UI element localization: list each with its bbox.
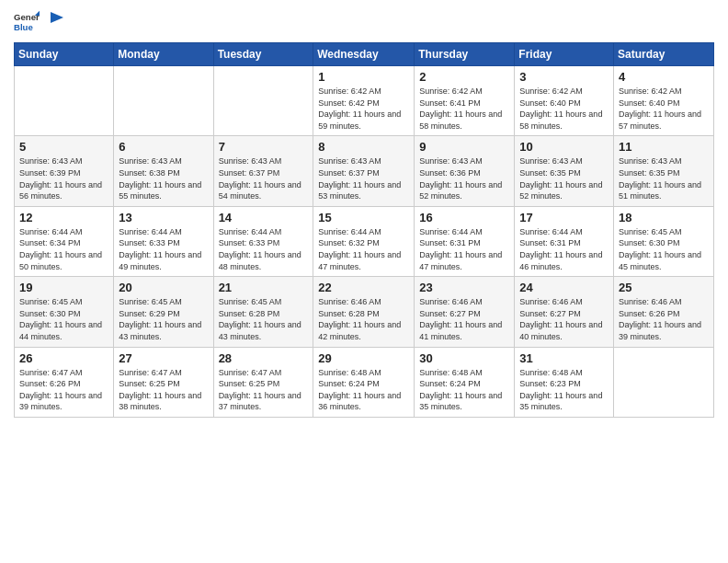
day-number: 3 [519, 70, 609, 84]
calendar-cell: 1Sunrise: 6:42 AM Sunset: 6:42 PM Daylig… [313, 66, 415, 136]
calendar-cell: 19Sunrise: 6:45 AM Sunset: 6:30 PM Dayli… [15, 277, 114, 347]
calendar-week-row: 5Sunrise: 6:43 AM Sunset: 6:39 PM Daylig… [15, 136, 714, 206]
svg-marker-3 [51, 12, 63, 23]
calendar-cell [614, 347, 714, 417]
calendar-cell: 17Sunrise: 6:44 AM Sunset: 6:31 PM Dayli… [515, 206, 614, 276]
day-info: Sunrise: 6:46 AM Sunset: 6:27 PM Dayligh… [419, 296, 509, 342]
calendar-cell: 7Sunrise: 6:43 AM Sunset: 6:37 PM Daylig… [213, 136, 313, 206]
day-number: 7 [219, 140, 309, 154]
weekday-header-saturday: Saturday [614, 43, 714, 66]
calendar-cell: 5Sunrise: 6:43 AM Sunset: 6:39 PM Daylig… [15, 136, 114, 206]
logo-icon: General Blue [14, 9, 40, 35]
calendar-cell: 16Sunrise: 6:44 AM Sunset: 6:31 PM Dayli… [415, 206, 515, 276]
calendar-table: SundayMondayTuesdayWednesdayThursdayFrid… [14, 42, 714, 418]
calendar-cell: 20Sunrise: 6:45 AM Sunset: 6:29 PM Dayli… [114, 277, 213, 347]
day-number: 1 [318, 70, 409, 84]
calendar-cell: 24Sunrise: 6:46 AM Sunset: 6:27 PM Dayli… [515, 277, 614, 347]
day-info: Sunrise: 6:44 AM Sunset: 6:33 PM Dayligh… [219, 226, 309, 272]
day-number: 25 [619, 281, 709, 294]
day-info: Sunrise: 6:42 AM Sunset: 6:40 PM Dayligh… [619, 86, 709, 132]
day-number: 16 [419, 211, 509, 224]
day-info: Sunrise: 6:47 AM Sunset: 6:25 PM Dayligh… [119, 367, 208, 413]
day-info: Sunrise: 6:43 AM Sunset: 6:36 PM Dayligh… [419, 155, 509, 201]
calendar-week-row: 12Sunrise: 6:44 AM Sunset: 6:34 PM Dayli… [15, 206, 714, 276]
logo-flag-icon [47, 12, 63, 32]
day-info: Sunrise: 6:47 AM Sunset: 6:26 PM Dayligh… [19, 367, 108, 413]
day-number: 22 [318, 281, 409, 294]
weekday-header-tuesday: Tuesday [213, 43, 313, 66]
calendar-cell: 30Sunrise: 6:48 AM Sunset: 6:24 PM Dayli… [415, 347, 515, 417]
calendar-week-row: 1Sunrise: 6:42 AM Sunset: 6:42 PM Daylig… [15, 66, 714, 136]
day-info: Sunrise: 6:44 AM Sunset: 6:33 PM Dayligh… [119, 226, 208, 272]
calendar-cell [15, 66, 114, 136]
day-info: Sunrise: 6:48 AM Sunset: 6:23 PM Dayligh… [519, 367, 609, 413]
day-number: 12 [19, 211, 108, 224]
day-number: 2 [419, 70, 509, 84]
day-info: Sunrise: 6:48 AM Sunset: 6:24 PM Dayligh… [318, 367, 409, 413]
day-info: Sunrise: 6:42 AM Sunset: 6:40 PM Dayligh… [519, 86, 609, 132]
calendar-cell [213, 66, 313, 136]
day-info: Sunrise: 6:45 AM Sunset: 6:29 PM Dayligh… [119, 296, 208, 342]
calendar-week-row: 26Sunrise: 6:47 AM Sunset: 6:26 PM Dayli… [15, 347, 714, 417]
calendar-cell: 8Sunrise: 6:43 AM Sunset: 6:37 PM Daylig… [313, 136, 415, 206]
day-info: Sunrise: 6:47 AM Sunset: 6:25 PM Dayligh… [219, 367, 309, 413]
calendar-cell: 21Sunrise: 6:45 AM Sunset: 6:28 PM Dayli… [213, 277, 313, 347]
page: General Blue SundayMondayTuesdayWednesda… [0, 0, 728, 563]
calendar-cell: 14Sunrise: 6:44 AM Sunset: 6:33 PM Dayli… [213, 206, 313, 276]
day-info: Sunrise: 6:43 AM Sunset: 6:39 PM Dayligh… [19, 155, 108, 201]
calendar-cell: 2Sunrise: 6:42 AM Sunset: 6:41 PM Daylig… [415, 66, 515, 136]
day-info: Sunrise: 6:45 AM Sunset: 6:28 PM Dayligh… [219, 296, 309, 342]
weekday-header-thursday: Thursday [415, 43, 515, 66]
calendar-cell: 11Sunrise: 6:43 AM Sunset: 6:35 PM Dayli… [614, 136, 714, 206]
svg-text:General: General [14, 12, 40, 22]
day-number: 24 [519, 281, 609, 294]
calendar-cell: 6Sunrise: 6:43 AM Sunset: 6:38 PM Daylig… [114, 136, 213, 206]
day-number: 14 [219, 211, 309, 224]
day-number: 30 [419, 351, 509, 365]
day-number: 20 [119, 281, 208, 294]
day-number: 8 [318, 140, 409, 154]
calendar-cell: 9Sunrise: 6:43 AM Sunset: 6:36 PM Daylig… [415, 136, 515, 206]
day-number: 26 [19, 351, 108, 365]
weekday-header-sunday: Sunday [15, 43, 114, 66]
day-info: Sunrise: 6:46 AM Sunset: 6:27 PM Dayligh… [519, 296, 609, 342]
calendar-cell: 10Sunrise: 6:43 AM Sunset: 6:35 PM Dayli… [515, 136, 614, 206]
day-info: Sunrise: 6:43 AM Sunset: 6:35 PM Dayligh… [519, 155, 609, 201]
calendar-cell: 31Sunrise: 6:48 AM Sunset: 6:23 PM Dayli… [515, 347, 614, 417]
day-number: 21 [219, 281, 309, 294]
day-number: 13 [119, 211, 208, 224]
day-info: Sunrise: 6:42 AM Sunset: 6:42 PM Dayligh… [318, 86, 409, 132]
day-number: 18 [619, 211, 709, 224]
day-info: Sunrise: 6:43 AM Sunset: 6:38 PM Dayligh… [119, 155, 208, 201]
day-number: 27 [119, 351, 208, 365]
weekday-header-row: SundayMondayTuesdayWednesdayThursdayFrid… [15, 43, 714, 66]
day-info: Sunrise: 6:44 AM Sunset: 6:32 PM Dayligh… [318, 226, 409, 272]
calendar-cell: 26Sunrise: 6:47 AM Sunset: 6:26 PM Dayli… [15, 347, 114, 417]
day-info: Sunrise: 6:43 AM Sunset: 6:35 PM Dayligh… [619, 155, 709, 201]
day-number: 23 [419, 281, 509, 294]
day-info: Sunrise: 6:44 AM Sunset: 6:31 PM Dayligh… [419, 226, 509, 272]
day-number: 5 [19, 140, 108, 154]
weekday-header-monday: Monday [114, 43, 213, 66]
calendar-week-row: 19Sunrise: 6:45 AM Sunset: 6:30 PM Dayli… [15, 277, 714, 347]
weekday-header-wednesday: Wednesday [313, 43, 415, 66]
day-info: Sunrise: 6:44 AM Sunset: 6:31 PM Dayligh… [519, 226, 609, 272]
day-info: Sunrise: 6:45 AM Sunset: 6:30 PM Dayligh… [19, 296, 108, 342]
day-info: Sunrise: 6:46 AM Sunset: 6:26 PM Dayligh… [619, 296, 709, 342]
logo: General Blue [14, 9, 63, 35]
day-info: Sunrise: 6:43 AM Sunset: 6:37 PM Dayligh… [318, 155, 409, 201]
day-number: 9 [419, 140, 509, 154]
day-number: 6 [119, 140, 208, 154]
calendar-cell: 23Sunrise: 6:46 AM Sunset: 6:27 PM Dayli… [415, 277, 515, 347]
day-number: 11 [619, 140, 709, 154]
calendar-cell: 15Sunrise: 6:44 AM Sunset: 6:32 PM Dayli… [313, 206, 415, 276]
day-info: Sunrise: 6:44 AM Sunset: 6:34 PM Dayligh… [19, 226, 108, 272]
weekday-header-friday: Friday [515, 43, 614, 66]
calendar-cell: 22Sunrise: 6:46 AM Sunset: 6:28 PM Dayli… [313, 277, 415, 347]
day-number: 10 [519, 140, 609, 154]
header: General Blue [14, 9, 714, 35]
day-info: Sunrise: 6:43 AM Sunset: 6:37 PM Dayligh… [219, 155, 309, 201]
day-info: Sunrise: 6:42 AM Sunset: 6:41 PM Dayligh… [419, 86, 509, 132]
calendar-cell: 27Sunrise: 6:47 AM Sunset: 6:25 PM Dayli… [114, 347, 213, 417]
day-number: 29 [318, 351, 409, 365]
